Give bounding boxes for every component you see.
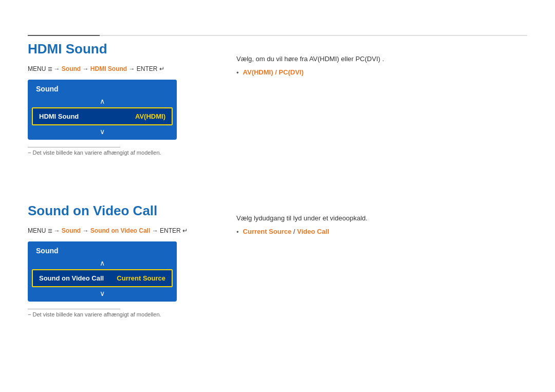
hdmi-eller: eller — [341, 55, 356, 63]
bullet-dot-svc: • — [236, 228, 239, 236]
arrow3: → — [129, 65, 137, 72]
arrow1: → — [53, 65, 61, 72]
chevron-up-icon-hdmi — [100, 97, 105, 105]
menu-label-svc: MENU — [28, 227, 46, 234]
hdmi-bullet-text: AV(HDMI) / PC(DVI) — [243, 68, 304, 76]
chevron-up-icon-svc — [100, 259, 105, 267]
path-sound-svc: Sound — [62, 227, 81, 234]
arrow1-svc: → — [53, 227, 61, 234]
path-svc: Sound on Video Call — [90, 227, 150, 234]
ui-box-row-hdmi: HDMI Sound AV(HDMI) — [32, 107, 173, 125]
path-enter-svc: ENTER — [160, 227, 181, 234]
hdmi-pc-dvi: PC(DVI) — [356, 55, 380, 63]
ui-box-up-svc — [28, 257, 177, 269]
chevron-down-icon-svc — [100, 289, 105, 297]
path-hdmi-sound: HDMI Sound — [90, 65, 127, 72]
hdmi-row-label: HDMI Sound — [39, 113, 79, 120]
ui-box-down-hdmi — [28, 125, 177, 140]
enter-icon: ↵ — [159, 65, 164, 72]
chevron-down-icon-hdmi — [100, 127, 105, 136]
hdmi-desc-text: Vælg, om du vil høre fra AV(HDMI) eller … — [236, 54, 527, 64]
video-call-text: Video Call — [297, 228, 329, 235]
page-container: HDMI Sound MENU ☰ → Sound → HDMI Sound →… — [0, 0, 555, 392]
arrow3-svc: → — [152, 227, 160, 234]
menu-icon-svc: ☰ — [48, 228, 54, 234]
menu-path-hdmi: MENU ☰ → Sound → HDMI Sound → ENTER ↵ — [28, 65, 177, 72]
footnote-line-svc — [28, 309, 120, 309]
hdmi-av-hdmi: AV(HDMI) — [309, 55, 339, 63]
ui-box-header-hdmi: Sound — [28, 80, 177, 95]
svc-bullet: • Current Source / Video Call — [236, 228, 527, 236]
desc-area-hdmi: Vælg, om du vil høre fra AV(HDMI) eller … — [236, 54, 527, 77]
footnote-svc: − Det viste billede kan variere afhængig… — [28, 311, 188, 318]
hdmi-row-value: AV(HDMI) — [135, 113, 165, 120]
hdmi-ui-box: Sound HDMI Sound AV(HDMI) — [28, 80, 177, 140]
footnote-hdmi: − Det viste billede kan variere afhængig… — [28, 150, 177, 156]
svc-row-value: Current Source — [117, 274, 165, 282]
current-source-text: Current Source — [243, 228, 292, 235]
section-sound-video-call: Sound on Video Call MENU ☰ → Sound → Sou… — [28, 203, 188, 318]
svc-row-label: Sound on Video Call — [39, 274, 104, 282]
hdmi-desc-main: Vælg, om du vil høre fra — [236, 55, 309, 63]
hdmi-bullet: • AV(HDMI) / PC(DVI) — [236, 68, 527, 77]
ui-box-header-svc: Sound — [28, 241, 177, 257]
ui-box-down-svc — [28, 287, 177, 302]
svc-ui-box: Sound Sound on Video Call Current Source — [28, 241, 177, 302]
svc-desc-text: Vælg lydudgang til lyd under et videoopk… — [236, 213, 527, 223]
menu-path-svc: MENU ☰ → Sound → Sound on Video Call → E… — [28, 227, 188, 234]
ui-box-up-hdmi — [28, 95, 177, 107]
bullet-dot-hdmi: • — [236, 69, 239, 77]
svc-bullet-text: Current Source / Video Call — [243, 228, 329, 235]
menu-label: MENU — [28, 65, 46, 72]
arrow2-svc: → — [82, 227, 90, 234]
footnote-line-hdmi — [28, 147, 120, 147]
sound-video-call-title: Sound on Video Call — [28, 203, 188, 219]
arrow2: → — [82, 65, 90, 72]
path-sound: Sound — [62, 65, 81, 72]
enter-icon-svc: ↵ — [182, 227, 188, 234]
hdmi-period: . — [382, 55, 384, 63]
svc-slash: / — [293, 228, 297, 235]
menu-icon: ☰ — [48, 66, 54, 72]
desc-area-svc: Vælg lydudgang til lyd under et videoopk… — [236, 213, 527, 236]
top-divider — [28, 35, 527, 36]
section-hdmi-sound: HDMI Sound MENU ☰ → Sound → HDMI Sound →… — [28, 41, 177, 156]
path-enter: ENTER — [137, 65, 158, 72]
ui-box-row-svc: Sound on Video Call Current Source — [32, 269, 173, 287]
hdmi-sound-title: HDMI Sound — [28, 41, 177, 57]
